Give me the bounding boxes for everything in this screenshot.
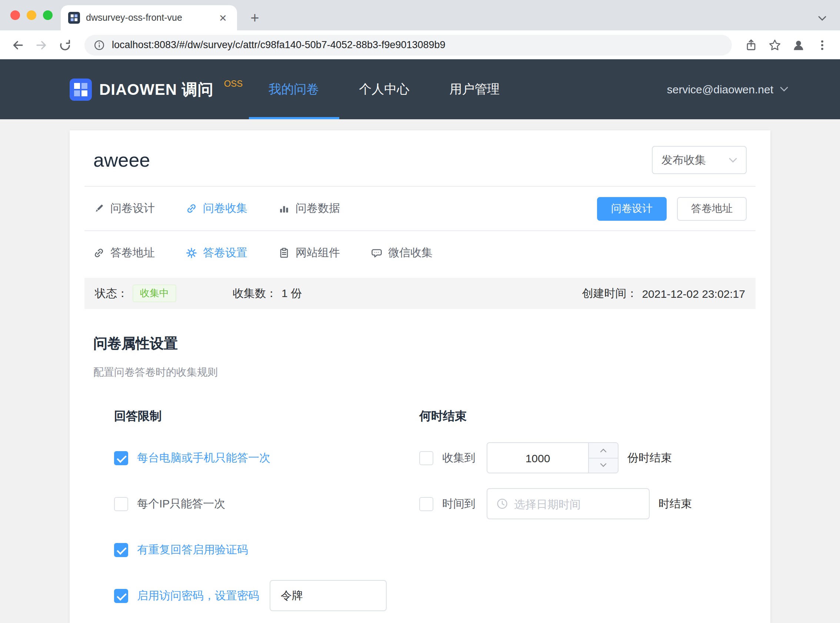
brand-logo <box>70 78 92 100</box>
nav-item-user-management[interactable]: 用户管理 <box>429 59 520 119</box>
brand-badge: OSS <box>224 78 243 89</box>
tab-wechat-collect[interactable]: 微信收集 <box>371 246 432 260</box>
tab-survey-collect[interactable]: 问卷收集 <box>186 201 247 216</box>
secondary-tabs: 答卷地址 答卷设置 网站组件 <box>70 231 770 275</box>
checkbox-deadline[interactable] <box>419 497 433 511</box>
tab-label: 问卷设计 <box>110 201 155 216</box>
screen: dwsurvey-oss-front-vue ✕ + localhost:808… <box>0 0 840 623</box>
bar-chart-icon <box>279 203 290 214</box>
option-row-one-per-ip: 每个IP只能答一次 <box>114 488 419 519</box>
tab-survey-design[interactable]: 问卷设计 <box>94 201 155 216</box>
option-label[interactable]: 有重复回答启用验证码 <box>137 543 248 557</box>
share-icon[interactable] <box>741 34 762 55</box>
tab-title: dwsurvey-oss-front-vue <box>86 12 210 23</box>
datetime-picker[interactable] <box>487 488 650 519</box>
status-bar: 状态： 收集中 收集数： 1 份 创建时间： 2021-12-02 23:02:… <box>84 278 756 309</box>
collect-count-stepper <box>487 442 619 473</box>
chevron-down-icon <box>729 157 737 163</box>
checkbox-collect-count[interactable] <box>419 451 433 465</box>
created-time-value: 2021-12-02 23:02:17 <box>642 287 745 300</box>
link-icon <box>186 203 197 214</box>
brand-name: DIAOWEN 调问 <box>99 79 214 100</box>
window-controls <box>11 11 52 20</box>
end-suffix: 份时结束 <box>627 451 672 465</box>
publish-collect-dropdown[interactable]: 发布收集 <box>652 146 746 174</box>
tab-close-icon[interactable]: ✕ <box>216 12 230 23</box>
browser-menu-icon[interactable] <box>812 34 832 55</box>
url-text: localhost:8083/#/dw/survey/c/attr/c98fa1… <box>112 39 446 51</box>
survey-title: aweee <box>94 149 150 172</box>
header-actions: 问卷设计 答卷地址 <box>597 197 746 220</box>
url-bar[interactable]: localhost:8083/#/dw/survey/c/attr/c98fa1… <box>84 34 732 55</box>
stepper-down-icon[interactable] <box>589 457 618 473</box>
tab-search-chevron-icon[interactable] <box>818 15 827 21</box>
datetime-input[interactable] <box>514 497 640 510</box>
survey-design-button[interactable]: 问卷设计 <box>597 197 667 220</box>
collect-count-label: 收集数： <box>233 286 277 301</box>
site-info-icon[interactable] <box>94 39 105 51</box>
end-condition-heading: 何时结束 <box>419 409 746 425</box>
answer-limit-column: 回答限制 每台电脑或手机只能答一次 每个IP只能答一次 有重复回答启用验证码 <box>114 409 419 623</box>
end-label[interactable]: 收集到 <box>442 451 481 465</box>
option-row-captcha: 有重复回答启用验证码 <box>114 534 419 565</box>
option-row-password: 启用访问密码，设置密码 <box>114 580 419 611</box>
profile-avatar-icon[interactable] <box>788 34 809 55</box>
browser-tab[interactable]: dwsurvey-oss-front-vue ✕ <box>61 5 237 31</box>
password-input[interactable] <box>270 580 387 611</box>
end-row-deadline: 时间到 时结束 <box>419 488 746 519</box>
tab-label: 微信收集 <box>388 246 432 260</box>
option-label[interactable]: 每台电脑或手机只能答一次 <box>137 451 270 465</box>
brand: DIAOWEN 调问 OSS <box>70 78 242 100</box>
new-tab-button[interactable]: + <box>244 7 265 29</box>
end-condition-column: 何时结束 收集到 <box>419 409 746 623</box>
tab-label: 答卷地址 <box>110 246 155 260</box>
page-background: aweee 发布收集 问卷设计 <box>0 119 840 623</box>
collect-count-input[interactable] <box>487 443 588 473</box>
tab-label: 网站组件 <box>296 246 340 260</box>
tab-answer-url[interactable]: 答卷地址 <box>94 246 155 260</box>
checkbox-one-per-ip[interactable] <box>114 497 128 511</box>
survey-card: aweee 发布收集 问卷设计 <box>70 130 770 623</box>
account-email: service@diaowen.net <box>667 83 773 95</box>
primary-tabs: 问卷设计 问卷收集 问卷数据 问卷设计 答卷地址 <box>70 187 770 230</box>
section-subheading: 配置问卷答卷时的收集规则 <box>94 366 746 379</box>
tab-answer-settings[interactable]: 答卷设置 <box>186 246 247 260</box>
created-time-label: 创建时间： <box>582 286 638 301</box>
clipboard-icon <box>279 247 290 259</box>
chevron-down-icon <box>780 87 788 92</box>
window-close-button[interactable] <box>11 11 20 20</box>
option-label[interactable]: 每个IP只能答一次 <box>137 497 225 511</box>
stepper-up-icon[interactable] <box>589 443 618 457</box>
account-menu[interactable]: service@diaowen.net <box>667 83 788 95</box>
answer-limit-heading: 回答限制 <box>114 409 419 425</box>
checkbox-password[interactable] <box>114 589 128 603</box>
window-zoom-button[interactable] <box>43 11 52 20</box>
chat-bubble-icon <box>371 247 382 259</box>
attribute-settings-section: 问卷属性设置 配置问卷答卷时的收集规则 回答限制 每台电脑或手机只能答一次 每个… <box>70 309 770 623</box>
answer-url-button[interactable]: 答卷地址 <box>677 197 746 220</box>
pencil-icon <box>94 203 104 214</box>
option-row-one-per-device: 每台电脑或手机只能答一次 <box>114 442 419 473</box>
status-label: 状态： <box>95 286 128 301</box>
tab-label: 答卷设置 <box>203 246 247 260</box>
section-heading: 问卷属性设置 <box>94 334 746 353</box>
back-icon[interactable] <box>8 34 28 55</box>
tab-label: 问卷数据 <box>296 201 340 216</box>
checkbox-captcha[interactable] <box>114 543 128 557</box>
checkbox-one-per-device[interactable] <box>114 451 128 465</box>
tab-survey-data[interactable]: 问卷数据 <box>279 201 340 216</box>
window-minimize-button[interactable] <box>27 11 36 20</box>
favicon <box>68 12 80 24</box>
nav-item-my-surveys[interactable]: 我的问卷 <box>248 59 339 119</box>
end-label[interactable]: 时间到 <box>442 497 481 511</box>
stepper-controls <box>588 443 618 473</box>
nav-item-personal-center[interactable]: 个人中心 <box>339 59 429 119</box>
browser-address-bar: localhost:8083/#/dw/survey/c/attr/c98fa1… <box>0 31 840 59</box>
forward-icon[interactable] <box>31 34 52 55</box>
bookmark-star-icon[interactable] <box>765 34 785 55</box>
reload-icon[interactable] <box>55 34 75 55</box>
main-nav: 我的问卷 个人中心 用户管理 <box>248 59 520 119</box>
option-label[interactable]: 启用访问密码，设置密码 <box>137 589 259 603</box>
publish-collect-label: 发布收集 <box>662 153 706 167</box>
tab-site-widget[interactable]: 网站组件 <box>279 246 340 260</box>
